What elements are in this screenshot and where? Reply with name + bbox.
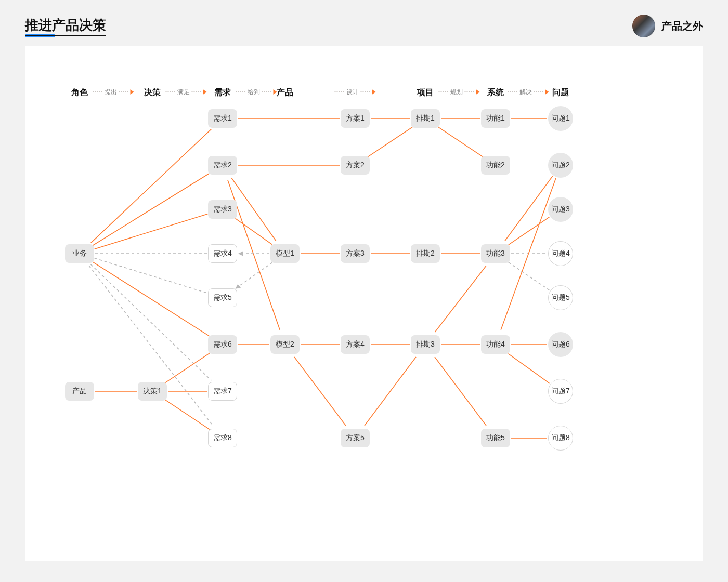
edge — [294, 357, 346, 426]
brand: 产品之外 — [632, 15, 703, 37]
edge — [95, 258, 208, 293]
column-header: 系统 — [487, 87, 504, 98]
node-fn5: 功能5 — [481, 429, 510, 447]
edge — [95, 214, 208, 249]
node-pb7: 问题7 — [548, 379, 573, 404]
edge — [435, 357, 486, 426]
node-pln1: 方案1 — [341, 109, 370, 128]
node-req8: 需求8 — [208, 429, 237, 447]
node-sch3: 排期3 — [411, 335, 440, 354]
edge — [165, 353, 210, 383]
column-header: 决策 — [144, 87, 161, 98]
edge — [508, 354, 550, 383]
avatar — [632, 15, 655, 37]
column-header: 项目 — [417, 87, 434, 98]
node-fn1: 功能1 — [481, 109, 510, 128]
edge — [368, 127, 412, 157]
chevron-right-icon — [476, 89, 480, 95]
node-fn4: 功能4 — [481, 335, 510, 354]
diagram-canvas: 角色提出决策满足需求给到产品设计项目规划系统解决问题 业务产品决策1需求1需求2… — [25, 46, 703, 561]
node-pb2: 问题2 — [548, 153, 573, 178]
edge — [165, 400, 210, 430]
chevron-right-icon — [372, 89, 376, 95]
header-arrow: 规划 — [439, 88, 480, 96]
edge — [505, 176, 553, 241]
node-pln4: 方案4 — [341, 335, 370, 354]
node-dec1: 决策1 — [138, 382, 167, 401]
edge — [365, 357, 416, 426]
node-pb3: 问题3 — [548, 197, 573, 222]
header-arrow: 满足 — [166, 88, 207, 96]
edge — [91, 129, 211, 243]
edge — [235, 262, 272, 288]
node-pln3: 方案3 — [341, 244, 370, 263]
column-header: 角色 — [71, 87, 88, 98]
header-arrow: 提出 — [93, 88, 134, 96]
edge — [235, 218, 272, 244]
column-header: 产品 — [277, 87, 293, 98]
edge — [93, 174, 210, 245]
node-fn3: 功能3 — [481, 244, 510, 263]
column-header: 需求 — [214, 87, 231, 98]
node-req3: 需求3 — [208, 200, 237, 219]
node-req7: 需求7 — [208, 382, 237, 401]
column-header: 问题 — [552, 87, 569, 98]
node-req4: 需求4 — [208, 244, 237, 263]
node-pb1: 问题1 — [548, 106, 573, 131]
edge — [438, 127, 483, 157]
chevron-right-icon — [131, 89, 134, 95]
node-req2: 需求2 — [208, 156, 237, 175]
edge — [509, 262, 550, 290]
node-sch1: 排期1 — [411, 109, 440, 128]
node-pb5: 问题5 — [548, 285, 573, 310]
edge — [435, 266, 486, 332]
edge — [91, 264, 212, 380]
node-mod1: 模型1 — [270, 244, 300, 263]
brand-text: 产品之外 — [661, 19, 703, 33]
edge — [93, 262, 209, 336]
node-mod2: 模型2 — [270, 335, 300, 354]
page-title: 推进产品决策 — [25, 16, 106, 36]
header-arrow: 给到 — [236, 88, 277, 96]
header-arrow: 设计 — [335, 88, 376, 96]
node-pln5: 方案5 — [341, 429, 370, 447]
chevron-right-icon — [203, 89, 207, 95]
chevron-right-icon — [545, 89, 549, 95]
node-pb8: 问题8 — [548, 426, 573, 451]
node-sch2: 排期2 — [411, 244, 440, 263]
edge — [509, 217, 550, 245]
node-pb6: 问题6 — [548, 332, 573, 357]
header-arrow: 解决 — [508, 88, 549, 96]
node-req1: 需求1 — [208, 109, 237, 128]
edge — [231, 178, 276, 241]
edge — [89, 266, 213, 426]
node-pln2: 方案2 — [341, 156, 370, 175]
node-req6: 需求6 — [208, 335, 237, 354]
node-prod: 产品 — [65, 382, 94, 401]
node-fn2: 功能2 — [481, 156, 510, 175]
node-biz: 业务 — [65, 244, 94, 263]
node-pb4: 问题4 — [548, 241, 573, 266]
node-req5: 需求5 — [208, 288, 237, 307]
